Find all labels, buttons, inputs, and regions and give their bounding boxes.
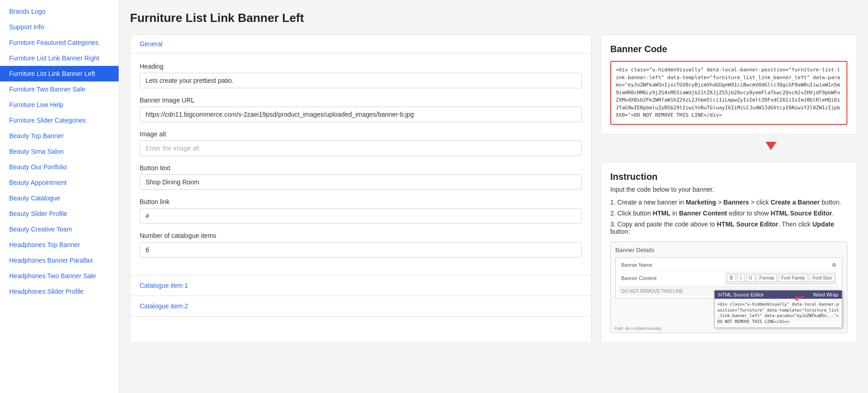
italic-btn[interactable]: I xyxy=(738,274,744,282)
image-alt-input[interactable] xyxy=(140,140,582,156)
sidebar-item-15[interactable]: Headphones Top Banner xyxy=(0,237,119,253)
font-size-btn[interactable]: Font Size xyxy=(810,274,835,282)
button-link-input[interactable] xyxy=(140,208,582,224)
catalogue-section: Catalogue item 1 Catalogue item 2 xyxy=(130,275,591,317)
sidebar: Brands LogoSupport InfoFurniture Feautur… xyxy=(0,0,119,393)
sidebar-item-17[interactable]: Headphones Two Banner Sale xyxy=(0,268,119,284)
step1-sep2: > click xyxy=(749,199,770,206)
banner-name-label: Banner Name xyxy=(621,262,652,268)
step3-bold2: Update xyxy=(813,221,834,228)
hse-title: HTML Source Editor xyxy=(718,292,764,297)
catalogue-item-2-header[interactable]: Catalogue item 2 xyxy=(130,296,591,317)
banner-name-row: Banner Name ⚙ xyxy=(618,260,839,270)
banner-code-box: Banner Code <div class="u-hiddenVisually… xyxy=(601,34,857,135)
sidebar-item-16[interactable]: Headphones Banner Parallax xyxy=(0,253,119,268)
sidebar-item-1[interactable]: Support Info xyxy=(0,19,119,35)
sidebar-item-12[interactable]: Beauty Catalogue xyxy=(0,190,119,206)
settings-icon: ⚙ xyxy=(832,262,836,268)
sidebar-item-2[interactable]: Furniture Feautured Categories xyxy=(0,35,119,50)
sidebar-item-18[interactable]: Headphones Slider Profile xyxy=(0,284,119,299)
button-text-input[interactable] xyxy=(140,174,582,190)
instruction-step-2: 2. Click button HTML in Banner Content e… xyxy=(610,210,847,217)
image-alt-label: Image alt xyxy=(140,130,582,138)
instruction-title: Instruction xyxy=(610,172,847,182)
step2-bold2: Banner Content xyxy=(679,210,727,217)
bold-btn[interactable]: B xyxy=(727,274,736,282)
path-label: Path: div.u-hiddenVisually xyxy=(614,326,662,331)
banner-url-label: Banner Image URL xyxy=(140,97,582,104)
font-family-btn[interactable]: Font Family xyxy=(779,274,808,282)
hse-word-wrap: Word Wrap xyxy=(813,292,838,297)
sidebar-item-7[interactable]: Furniture Slider Categories xyxy=(0,113,119,128)
step1-end: button. xyxy=(820,199,841,206)
step1-sep1: > xyxy=(716,199,723,206)
html-source-editor: HTML Source Editor Word Wrap <div class=… xyxy=(714,290,842,328)
image-alt-field-group: Image alt xyxy=(140,130,582,156)
step2-end: . xyxy=(832,210,834,217)
hse-title-bar: HTML Source Editor Word Wrap xyxy=(715,291,842,299)
sidebar-item-6[interactable]: Furniture Live Help xyxy=(0,97,119,113)
heading-input[interactable] xyxy=(140,73,582,88)
sidebar-item-4[interactable]: Furniture List Link Banner Left xyxy=(0,66,119,81)
page-title: Furniture List Link Banner Left xyxy=(130,11,857,25)
sidebar-item-14[interactable]: Beauty Creative Team xyxy=(0,221,119,237)
down-arrow-icon xyxy=(765,142,776,150)
catalogue-item-1-header[interactable]: Catalogue item 1 xyxy=(130,275,591,296)
right-panel: Banner Code <div class="u-hiddenVisually… xyxy=(601,34,857,343)
sidebar-item-13[interactable]: Beauty Slider Profile xyxy=(0,206,119,221)
main-content: Furniture List Link Banner Left General … xyxy=(119,0,868,393)
step2-text: Click button xyxy=(618,210,653,217)
step2-bold1: HTML xyxy=(653,210,671,217)
num-catalogue-field-group: Number of catalogue items xyxy=(140,232,582,258)
step3-end: button: xyxy=(610,228,630,235)
step2-bold3: HTML Source Editor xyxy=(770,210,832,217)
num-catalogue-label: Number of catalogue items xyxy=(140,232,582,239)
heading-field-group: Heading xyxy=(140,63,582,88)
sidebar-item-8[interactable]: Beauty Top Banner xyxy=(0,128,119,144)
hse-body: <div class="u-hiddenVisually" data-local… xyxy=(715,299,842,327)
banner-url-field-group: Banner Image URL xyxy=(140,97,582,122)
step3-bold1: HTML Source Editor xyxy=(717,221,778,228)
step1-bold1: Marketing xyxy=(686,199,716,206)
sidebar-item-5[interactable]: Furniture Two Banner Sale xyxy=(0,81,119,97)
instruction-steps: 1. Create a new banner in Marketing > Ba… xyxy=(610,199,847,235)
form-body: Heading Banner Image URL Image alt Butto… xyxy=(130,54,591,275)
instruction-title-text: Instruction xyxy=(610,172,657,182)
underline-btn[interactable]: U xyxy=(746,274,755,282)
editor-toolbar: B I U Format Font Family Font Size xyxy=(725,272,836,284)
step3-sep1: . Then click xyxy=(778,221,812,228)
sidebar-item-9[interactable]: Beauty Sima Salon xyxy=(0,144,119,159)
general-tab[interactable]: General xyxy=(130,35,591,54)
sidebar-item-0[interactable]: Brands Logo xyxy=(0,4,119,19)
content-grid: General Heading Banner Image URL Image a… xyxy=(130,34,857,343)
banner-preview-title: Banner Details xyxy=(615,247,842,253)
banner-content-label: Banner Content xyxy=(621,275,656,281)
step1-bold2: Banners xyxy=(723,199,749,206)
button-link-label: Button link xyxy=(140,198,582,205)
left-panel: General Heading Banner Image URL Image a… xyxy=(130,34,591,343)
sidebar-item-10[interactable]: Beauty Our Portfolio xyxy=(0,159,119,175)
num-catalogue-input[interactable] xyxy=(140,242,582,258)
step2-sep2: editor to show xyxy=(727,210,770,217)
button-text-label: Button text xyxy=(140,164,582,172)
instruction-step-1: 1. Create a new banner in Marketing > Ba… xyxy=(610,199,847,206)
instruction-intro: Input the code below to your banner. xyxy=(610,186,847,193)
instruction-step-3: 3. Copy and paste the code above to HTML… xyxy=(610,221,847,235)
banner-url-input[interactable] xyxy=(140,107,582,122)
banner-preview: Banner Details Banner Name ⚙ Banner Cont… xyxy=(610,242,847,333)
heading-label: Heading xyxy=(140,63,582,70)
banner-code-title: Banner Code xyxy=(610,44,847,54)
step1-text: Create a new banner in xyxy=(618,199,686,206)
button-text-field-group: Button text xyxy=(140,164,582,190)
button-link-field-group: Button link xyxy=(140,198,582,224)
sidebar-item-3[interactable]: Furniture List Link Banner Right xyxy=(0,50,119,66)
step3-text: Copy and paste the code above to xyxy=(618,221,717,228)
banner-code-block[interactable]: <div class="u-hiddenVisually" data-local… xyxy=(610,61,847,125)
step1-bold3: Create a Banner xyxy=(770,199,819,206)
arrow-indicator xyxy=(601,142,857,155)
sidebar-item-11[interactable]: Beauty Appointment xyxy=(0,175,119,190)
instruction-box: Instruction Input the code below to your… xyxy=(601,162,857,343)
format-btn[interactable]: Format xyxy=(757,274,777,282)
step2-sep1: in xyxy=(671,210,679,217)
banner-content-row: Banner Content B I U Format Font Family … xyxy=(618,270,839,286)
